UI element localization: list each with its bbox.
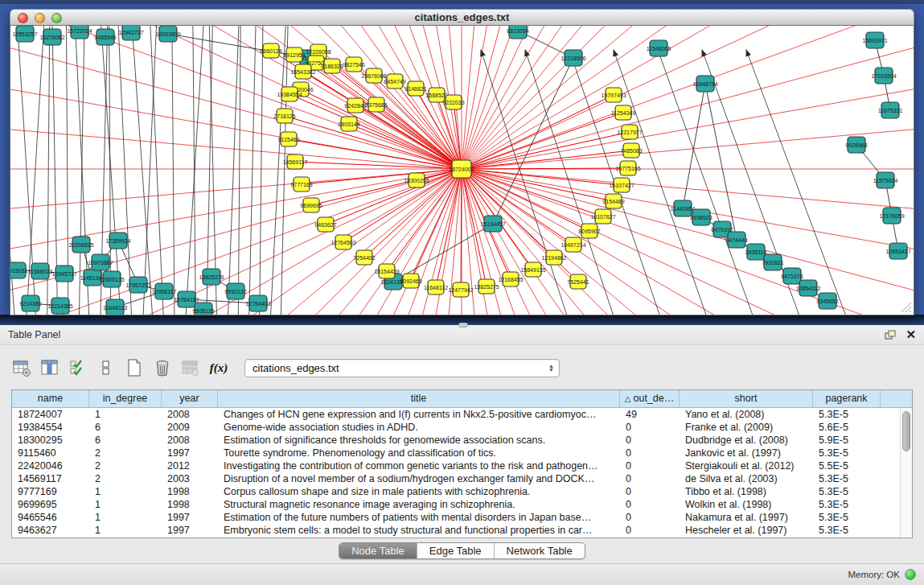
graph-node-10497214[interactable]: 10497214 (561, 237, 585, 252)
table-cell[interactable]: 2 (89, 447, 162, 459)
graph-node-10553257[interactable]: 10553257 (12, 26, 37, 42)
table-row[interactable]: 1872400712008Changes of HCN gene express… (12, 408, 912, 421)
graph-node-12168455[interactable]: 12168455 (498, 272, 523, 286)
table-row[interactable]: 1938455462009Genome-wide association stu… (12, 421, 912, 434)
table-cell[interactable]: 0 (620, 485, 680, 498)
graph-node-17359924[interactable]: 17359924 (105, 233, 130, 249)
graph-node-19797493[interactable]: 19797493 (601, 88, 626, 102)
graph-node-12477942[interactable]: 12477942 (448, 282, 473, 297)
table-cell[interactable]: Estimation of the future numbers of pati… (218, 511, 620, 524)
network-window[interactable]: citations_edges.txt 10553257152760821572… (10, 9, 914, 315)
graph-node-9146821[interactable]: 9146821 (405, 81, 426, 96)
table-cell[interactable]: 0 (620, 498, 680, 511)
column-header-out_de[interactable]: △out_de… (620, 390, 680, 407)
table-cell[interactable]: Investigating the contribution of common… (218, 459, 620, 472)
table-cell[interactable]: Nakamura et al. (1997) (680, 511, 813, 524)
table-row[interactable]: 946362711997Embryonic stem cells: a mode… (12, 524, 912, 537)
table-cell[interactable]: 18300295 (12, 434, 89, 447)
table-cell[interactable]: 0 (620, 511, 680, 524)
table-cell[interactable]: 6 (89, 434, 162, 447)
splitter-handle[interactable] (458, 323, 468, 328)
graph-node-11254349[interactable]: 11254349 (611, 105, 636, 120)
graph-node-17957253[interactable]: 17957253 (125, 277, 150, 293)
graph-node-7932621[interactable]: 7932621 (762, 254, 783, 270)
table-cell[interactable]: 2003 (162, 472, 218, 485)
table-cell[interactable]: 1998 (162, 485, 218, 498)
graph-node-10975887[interactable]: 10975887 (88, 254, 113, 270)
table-cell[interactable]: 5.3E-5 (813, 524, 881, 537)
vertical-scrollbar[interactable] (900, 408, 912, 538)
graph-node-8915031[interactable]: 8915031 (10, 262, 28, 278)
scrollbar-thumb[interactable] (902, 411, 910, 451)
table-cell[interactable]: Disruption of a novel member of a sodium… (218, 472, 620, 485)
table-selector-dropdown[interactable]: citations_edges.txt ▲▼ (244, 359, 560, 377)
graph-node-8454749[interactable]: 8454749 (384, 74, 405, 89)
graph-node-12945737[interactable]: 12945737 (51, 266, 76, 282)
network-canvas[interactable]: 1055325715276082157220249465546129427371… (10, 26, 914, 315)
table-cell[interactable]: Embryonic stem cells: a model to study s… (218, 524, 620, 537)
table-cell[interactable]: 9699695 (12, 498, 89, 511)
table-cell[interactable]: Franke et al. (2009) (680, 421, 813, 434)
graph-node-7525441[interactable]: 7525441 (567, 274, 589, 289)
table-cell[interactable]: 5.6E-5 (813, 421, 881, 434)
table-row[interactable]: 1830029562008Estimation of significance … (12, 434, 912, 447)
column-header-pagerank[interactable]: pagerank (813, 390, 881, 407)
graph-node-9214380[interactable]: 9214380 (19, 295, 41, 311)
graph-node-8813054[interactable]: 8813054 (507, 26, 528, 39)
graph-node-13825275[interactable]: 13825275 (474, 279, 499, 294)
graph-node-11675331[interactable]: 11675331 (878, 102, 903, 118)
graph-node-9699695[interactable]: 9699695 (300, 198, 322, 212)
graph-node-10214385[interactable]: 10214385 (47, 298, 72, 314)
table-cell[interactable]: 5.9E-5 (813, 434, 881, 447)
tab-edge-table[interactable]: Edge Table (417, 543, 494, 558)
graph-node-12505135[interactable]: 12505135 (99, 271, 124, 287)
table-cell[interactable]: 49 (620, 408, 680, 421)
memory-status-indicator[interactable] (905, 569, 916, 580)
graph-node-9827546[interactable]: 9827546 (343, 57, 364, 72)
table-cell[interactable]: 1997 (162, 511, 218, 524)
table-cell[interactable]: 0 (620, 447, 680, 459)
graph-node-10654112[interactable]: 10654112 (796, 280, 821, 296)
table-cell[interactable]: 2012 (162, 459, 218, 472)
graph-node-23676068[interactable]: 23676068 (361, 68, 386, 83)
table-cell[interactable]: Dudbridge et al. (2008) (680, 434, 813, 447)
graph-node-9465546[interactable]: 9465546 (94, 29, 116, 45)
graph-node-15722024[interactable]: 15722024 (67, 26, 92, 39)
table-cell[interactable]: 5.3E-5 (813, 472, 881, 485)
graph-node-15134457[interactable]: 15134457 (480, 216, 505, 232)
table-cell[interactable]: 1997 (162, 524, 218, 537)
table-cell[interactable]: 0 (620, 459, 680, 472)
graph-node-12176059[interactable]: 12176059 (879, 208, 904, 224)
table-cell[interactable]: 2 (89, 472, 162, 485)
table-cell[interactable]: 2008 (162, 408, 218, 421)
table-cell[interactable]: Stergiakouli et al. (2012) (680, 459, 813, 472)
graph-node-12217977[interactable]: 12217977 (617, 125, 642, 139)
graph-node-8092465[interactable]: 8092465 (400, 274, 421, 288)
tab-network-table[interactable]: Network Table (494, 543, 585, 558)
table-cell[interactable]: 5.5E-5 (813, 459, 881, 472)
table-cell[interactable]: 18724007 (12, 408, 89, 421)
table-cell[interactable]: 5.3E-5 (813, 511, 881, 524)
table-cell[interactable]: 2 (89, 459, 162, 472)
resize-grip-icon[interactable] (901, 303, 911, 312)
graph-node-9505135[interactable]: 9505135 (192, 303, 214, 315)
table-cell[interactable]: 9115460 (12, 447, 89, 459)
column-header-title[interactable]: title (218, 390, 620, 407)
graph-node-2803144[interactable]: 2803144 (338, 117, 359, 131)
graph-node-19775165[interactable]: 19775165 (615, 161, 640, 175)
table-cell[interactable]: Tourette syndrome. Phenomenology and cla… (218, 447, 620, 459)
function-builder-icon[interactable]: f(x) (208, 357, 229, 378)
graph-node-10653417[interactable]: 10653417 (885, 243, 910, 259)
table-cell[interactable]: 1997 (162, 447, 218, 459)
graph-node-9474444[interactable]: 9474444 (725, 232, 747, 248)
show-columns-icon[interactable] (39, 357, 60, 378)
table-cell[interactable]: Hescheler et al. (1997) (680, 524, 813, 537)
table-cell[interactable]: 9777169 (12, 485, 89, 498)
table-cell[interactable]: 5.3E-5 (813, 485, 881, 498)
graph-node-15692971[interactable]: 15692971 (862, 32, 887, 48)
graph-node-15276082[interactable]: 15276082 (39, 29, 64, 45)
graph-node-11575024[interactable]: 11575024 (873, 172, 898, 188)
column-header-year[interactable]: year (162, 390, 218, 407)
table-row[interactable]: 977716911998Corpus callosum shape and si… (12, 485, 912, 498)
table-cell[interactable]: 5.3E-5 (813, 447, 881, 459)
